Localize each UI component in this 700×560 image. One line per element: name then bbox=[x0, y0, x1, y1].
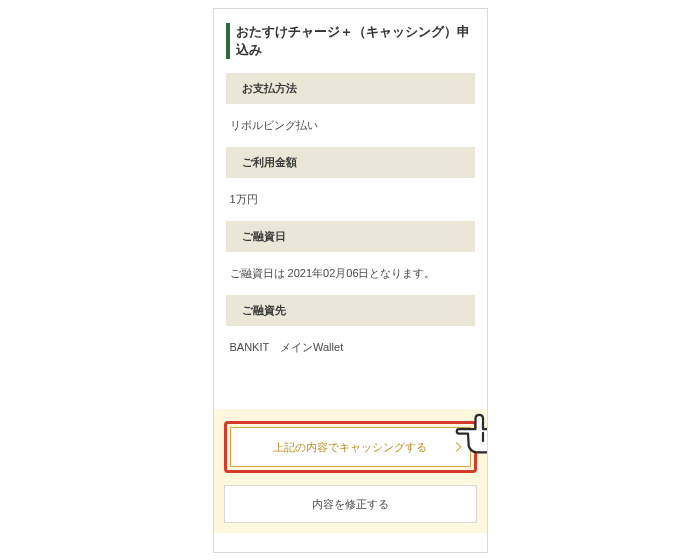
section-value-payment: リボルビング払い bbox=[226, 104, 475, 147]
section-header-amount: ご利用金額 bbox=[226, 147, 475, 178]
button-zone: 上記の内容でキャッシングする 内容を修正する bbox=[214, 409, 487, 533]
spacer bbox=[226, 369, 475, 409]
title-accent-bar bbox=[226, 23, 230, 59]
confirm-cashing-label: 上記の内容でキャッシングする bbox=[273, 440, 427, 455]
section-value-amount: 1万円 bbox=[226, 178, 475, 221]
edit-content-label: 内容を修正する bbox=[312, 497, 389, 512]
confirm-cashing-button[interactable]: 上記の内容でキャッシングする bbox=[230, 427, 471, 467]
section-value-destination: BANKIT メインWallet bbox=[226, 326, 475, 369]
page-title-wrap: おたすけチャージ＋（キャッシング）申込み bbox=[226, 23, 475, 59]
highlight-frame: 上記の内容でキャッシングする bbox=[224, 421, 477, 473]
section-header-date: ご融資日 bbox=[226, 221, 475, 252]
app-screen: おたすけチャージ＋（キャッシング）申込み お支払方法 リボルビング払い ご利用金… bbox=[213, 8, 488, 553]
section-header-destination: ご融資先 bbox=[226, 295, 475, 326]
section-value-date: ご融資日は 2021年02月06日となります。 bbox=[226, 252, 475, 295]
section-header-payment: お支払方法 bbox=[226, 73, 475, 104]
page-title: おたすけチャージ＋（キャッシング）申込み bbox=[236, 23, 475, 59]
edit-content-button[interactable]: 内容を修正する bbox=[224, 485, 477, 523]
